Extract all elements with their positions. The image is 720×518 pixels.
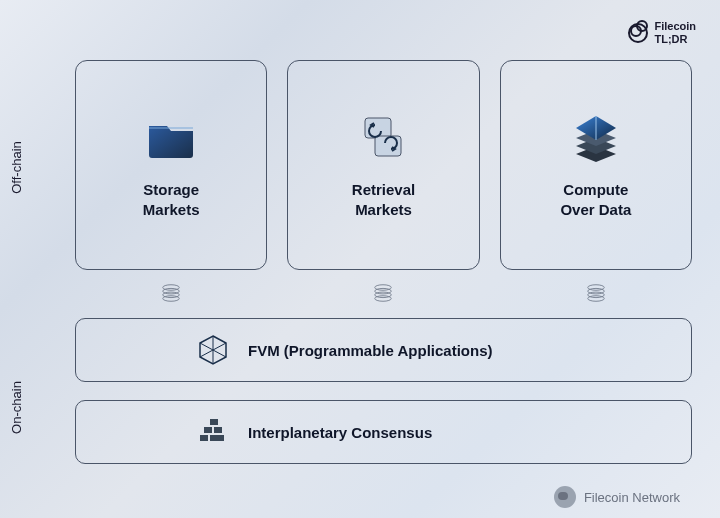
card-label: Compute Over Data	[560, 180, 631, 221]
offchain-cards: Storage Markets Retrieval Markets	[75, 60, 692, 270]
svg-point-10	[163, 296, 180, 302]
svg-rect-26	[200, 435, 208, 441]
brand-text: Filecoin TL;DR	[654, 20, 696, 46]
connector-coil	[287, 278, 479, 308]
folder-icon	[143, 110, 199, 166]
svg-rect-25	[214, 427, 222, 433]
svg-rect-28	[218, 435, 224, 441]
connectors-row	[75, 278, 692, 308]
card-label: Retrieval Markets	[352, 180, 415, 221]
card-label: Interplanetary Consensus	[248, 424, 432, 441]
layers-icon	[568, 110, 624, 166]
card-retrieval-markets: Retrieval Markets	[287, 60, 479, 270]
section-label-onchain: On-chain	[9, 381, 24, 434]
filecoin-logo-icon	[628, 23, 648, 43]
card-label: Storage Markets	[143, 180, 200, 221]
svg-point-14	[375, 296, 392, 302]
card-fvm: FVM (Programmable Applications)	[75, 318, 692, 382]
card-storage-markets: Storage Markets	[75, 60, 267, 270]
svg-point-18	[588, 296, 605, 302]
blocks-icon	[196, 415, 230, 449]
svg-rect-24	[204, 427, 212, 433]
hexagon-icon	[196, 333, 230, 367]
footer-text: Filecoin Network	[584, 490, 680, 505]
onchain-cards: FVM (Programmable Applications) Interpla…	[75, 318, 692, 464]
card-label: FVM (Programmable Applications)	[248, 342, 492, 359]
swap-icon	[355, 110, 411, 166]
card-compute-over-data: Compute Over Data	[500, 60, 692, 270]
svg-rect-27	[210, 435, 218, 441]
svg-rect-23	[210, 419, 218, 425]
wechat-icon	[554, 486, 576, 508]
connector-coil	[75, 278, 267, 308]
connector-coil	[500, 278, 692, 308]
card-interplanetary-consensus: Interplanetary Consensus	[75, 400, 692, 464]
footer-attribution: Filecoin Network	[554, 486, 680, 508]
brand-logo: Filecoin TL;DR	[628, 20, 696, 46]
section-label-offchain: Off-chain	[9, 141, 24, 194]
